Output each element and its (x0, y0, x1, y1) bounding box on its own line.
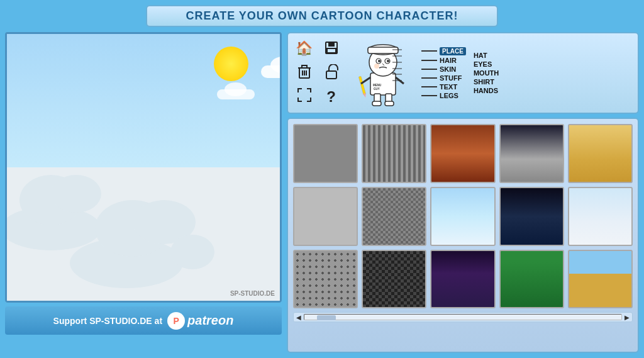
svg-rect-27 (385, 101, 394, 106)
page-title: CREATE YOUR OWN CARTOON CHARACTER! (146, 5, 498, 27)
category-text[interactable]: TEXT (421, 83, 466, 91)
svg-text:GUY: GUY (374, 87, 380, 91)
scroll-thumb[interactable] (317, 315, 336, 320)
support-bar: Support SP-STUDIO.DE at P patreon (5, 306, 282, 335)
backgrounds-grid (293, 124, 633, 308)
bg-thumb-moon[interactable] (499, 124, 564, 183)
stuff-line (421, 77, 437, 79)
svg-rect-13 (368, 47, 398, 53)
svg-rect-26 (372, 101, 381, 106)
character-svg: MENU GUY (355, 38, 411, 108)
right-panel: 🏠 (287, 32, 639, 353)
svg-rect-20 (358, 76, 366, 95)
category-stuff[interactable]: STUFF (421, 74, 466, 82)
bg-thumb-gray-stripes[interactable] (362, 124, 426, 183)
bg-thumb-dark-water[interactable] (499, 187, 564, 246)
svg-point-19 (374, 64, 379, 69)
patreon-p-letter: P (173, 316, 179, 326)
title-text: CREATE YOUR OWN CARTOON CHARACTER! (186, 9, 458, 22)
bg-thumb-sky-clouds[interactable] (430, 187, 495, 246)
scroll-track[interactable] (304, 314, 622, 320)
patreon-logo[interactable]: P patreon (167, 312, 233, 330)
canvas-panel: SP-STUDIO.DE Support SP-STUDIO.DE at P p… (5, 32, 282, 353)
sun (214, 47, 248, 81)
bg-thumb-tropical[interactable] (499, 250, 564, 309)
text-line (421, 86, 437, 87)
patreon-icon: P (167, 312, 185, 330)
svg-point-17 (387, 60, 389, 62)
bg-thumb-beach[interactable] (568, 250, 633, 309)
toolbar-icons: 🏠 (296, 40, 340, 106)
sub-hands[interactable]: HANDS (474, 87, 499, 94)
category-place[interactable]: PLACE (421, 47, 466, 55)
sub-hat[interactable]: HAT (474, 52, 499, 59)
scrollbar-row: ◀ ▶ (293, 312, 633, 322)
text-label[interactable]: TEXT (440, 83, 457, 91)
sub-eyes[interactable]: EYES (474, 60, 499, 68)
bg-thumb-gray-checker[interactable] (362, 187, 426, 246)
svg-marker-21 (363, 93, 367, 98)
svg-rect-9 (326, 71, 336, 79)
category-legs[interactable]: LEGS (421, 92, 466, 99)
grid-panel: ◀ ▶ (287, 118, 639, 353)
svg-point-16 (378, 60, 380, 62)
legs-label[interactable]: LEGS (440, 92, 458, 99)
help-icon[interactable]: ? (323, 88, 340, 106)
svg-rect-1 (328, 42, 335, 47)
sub-mouth[interactable]: MOUTH (474, 69, 499, 77)
skin-label[interactable]: SKIN (440, 65, 456, 73)
svg-rect-5 (302, 65, 307, 68)
sub-categories: HAT EYES MOUTH SHIRT HANDS (474, 52, 499, 94)
support-text: Support SP-STUDIO.DE at (53, 316, 162, 326)
patreon-label: patreon (187, 313, 233, 328)
cloud-bottom-right (70, 206, 208, 288)
bg-thumb-snow-hills[interactable] (568, 187, 633, 246)
bg-thumb-meteor[interactable] (430, 250, 495, 309)
skin-line (421, 69, 437, 70)
bg-thumb-gray-dots[interactable] (293, 250, 358, 309)
scroll-left-arrow[interactable]: ◀ (296, 314, 301, 321)
stuff-label[interactable]: STUFF (440, 74, 462, 82)
top-toolbar: 🏠 (287, 32, 639, 114)
bg-thumb-mars[interactable] (430, 124, 495, 183)
expand-icon[interactable] (296, 88, 313, 106)
main-content: SP-STUDIO.DE Support SP-STUDIO.DE at P p… (5, 32, 639, 353)
save-icon[interactable] (323, 40, 340, 59)
delete-icon[interactable] (296, 64, 313, 83)
category-panel: PLACE HAIR SKIN STUFF (421, 47, 466, 99)
character-container: MENU GUY (355, 38, 411, 108)
place-line (421, 50, 437, 52)
canvas-area: SP-STUDIO.DE (5, 32, 282, 303)
category-hair[interactable]: HAIR (421, 57, 466, 64)
legs-line (421, 95, 437, 96)
hair-line (421, 60, 437, 61)
category-skin[interactable]: SKIN (421, 65, 466, 73)
svg-rect-2 (327, 48, 336, 53)
unlock-icon[interactable] (323, 64, 340, 83)
svg-line-22 (361, 77, 370, 84)
watermark: SP-STUDIO.DE (230, 290, 275, 297)
svg-text:MENU: MENU (373, 84, 381, 87)
sub-shirt[interactable]: SHIRT (474, 78, 499, 86)
bg-thumb-desert[interactable] (568, 124, 633, 183)
home-icon[interactable]: 🏠 (296, 40, 313, 59)
bg-thumb-dark-checker[interactable] (362, 250, 426, 309)
place-label[interactable]: PLACE (440, 47, 466, 55)
hair-label[interactable]: HAIR (440, 57, 457, 64)
bg-thumb-gray-light[interactable] (293, 187, 358, 246)
scroll-right-arrow[interactable]: ▶ (625, 314, 630, 321)
bg-thumb-gray-solid[interactable] (293, 124, 358, 183)
